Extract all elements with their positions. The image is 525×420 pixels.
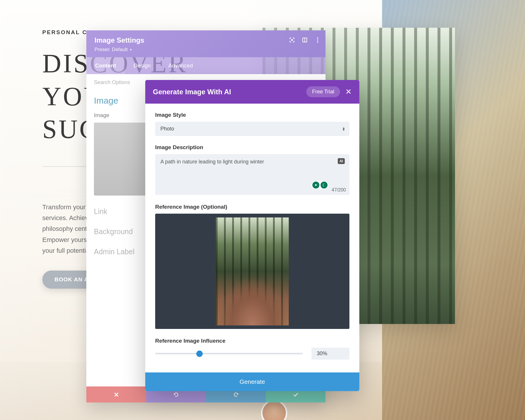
focus-icon[interactable]	[289, 37, 295, 43]
light-mode-icon: ✦	[312, 182, 319, 189]
svg-point-0	[291, 39, 293, 41]
settings-tabs: Content Design Advanced	[86, 57, 326, 74]
close-icon[interactable]: ✕	[345, 87, 352, 96]
influence-slider-row: 30%	[155, 348, 349, 360]
image-description-value: A path in nature leading to light during…	[160, 159, 264, 165]
settings-title: Image Settings	[94, 36, 317, 44]
svg-point-3	[317, 37, 318, 39]
theme-toggle[interactable]: ✦ ☾	[311, 180, 329, 190]
reference-image	[216, 217, 289, 325]
ai-assist-icon[interactable]: AI	[338, 158, 345, 164]
reference-image-label: Reference Image (Optional)	[155, 204, 349, 210]
free-trial-badge[interactable]: Free Trial	[306, 86, 340, 97]
generate-button[interactable]: Generate	[145, 372, 359, 391]
slider-thumb[interactable]	[196, 351, 203, 357]
image-description-label: Image Description	[155, 144, 349, 151]
divider-line	[42, 166, 89, 167]
image-description-textarea[interactable]: A path in nature leading to light during…	[155, 154, 349, 195]
dark-mode-icon: ☾	[321, 182, 328, 189]
preset-value: Default	[112, 47, 128, 53]
svg-point-4	[317, 39, 318, 41]
preset-dropdown[interactable]: Preset: Default ▼	[94, 47, 317, 53]
tab-advanced[interactable]: Advanced	[160, 57, 202, 74]
cancel-button[interactable]	[86, 386, 146, 402]
tab-content[interactable]: Content	[86, 57, 125, 74]
ai-modal-header: Generate Image With AI Free Trial ✕	[145, 80, 359, 104]
influence-label: Reference Image Influence	[155, 338, 349, 344]
split-view-icon[interactable]	[302, 37, 308, 43]
char-counter: 47/200	[332, 187, 346, 193]
select-arrows-icon: ▴▾	[343, 127, 345, 131]
generate-ai-modal: Generate Image With AI Free Trial ✕ Imag…	[145, 80, 359, 391]
image-style-value: Photo	[160, 126, 174, 132]
ai-modal-body: Image Style Photo ▴▾ Image Description A…	[145, 104, 359, 372]
tab-design[interactable]: Design	[125, 57, 160, 74]
image-style-select[interactable]: Photo ▴▾	[155, 122, 349, 136]
settings-header: Image Settings Preset: Default ▼	[86, 30, 326, 57]
svg-point-5	[317, 41, 318, 43]
influence-slider[interactable]	[155, 353, 303, 354]
more-icon[interactable]	[314, 37, 321, 43]
ai-modal-title: Generate Image With AI	[153, 88, 231, 96]
preset-label: Preset:	[94, 47, 110, 53]
influence-value-input[interactable]: 30%	[312, 348, 349, 360]
image-style-label: Image Style	[155, 112, 349, 118]
reference-image-preview[interactable]	[155, 214, 349, 329]
chevron-down-icon: ▼	[130, 48, 132, 51]
